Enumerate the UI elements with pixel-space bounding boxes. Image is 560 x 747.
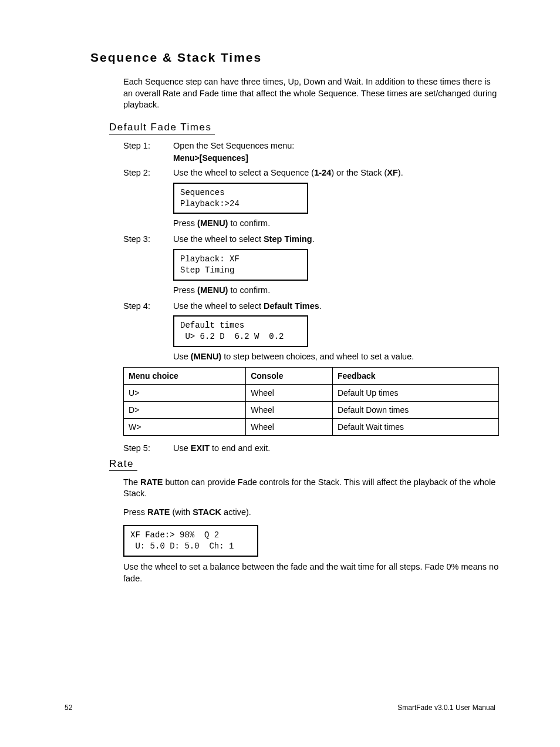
confirm-2: Press (MENU) to confirm. [173, 285, 499, 295]
step-4-body: Use the wheel to select Default Times. [173, 301, 499, 312]
confirm-3: Use (MENU) to step between choices, and … [173, 352, 499, 361]
page-number: 52 [65, 704, 72, 712]
step-3: Step 3: Use the wheel to select Step Tim… [123, 234, 499, 245]
table-row: W> Wheel Default Wait times [124, 419, 499, 436]
step-5: Step 5: Use EXIT to end and exit. [123, 443, 499, 455]
menu-choice-table: Menu choice Console Feedback U> Wheel De… [123, 367, 499, 436]
subhead-rate: Rate [109, 458, 137, 471]
table-row: D> Wheel Default Down times [124, 402, 499, 419]
step-1: Step 1: Open the Set Sequences menu: Men… [123, 140, 499, 164]
table-row: U> Wheel Default Up times [124, 385, 499, 402]
step-5-body: Use EXIT to end and exit. [173, 443, 499, 455]
step-4: Step 4: Use the wheel to select Default … [123, 301, 499, 312]
rate-paragraph-1: The RATE button can provide Fade control… [123, 477, 499, 500]
th-menu-choice: Menu choice [124, 368, 246, 385]
table-header-row: Menu choice Console Feedback [124, 368, 499, 385]
menu-path-b: [Sequences] [200, 153, 248, 163]
lcd-box-1: Sequences Playback:>24 [173, 183, 308, 214]
th-feedback: Feedback [332, 368, 498, 385]
menu-path-a: Menu [173, 153, 195, 163]
page-footer: 52 SmartFade v3.0.1 User Manual [65, 704, 495, 712]
rate-paragraph-2: Press RATE (with STACK active). [123, 507, 499, 519]
step-3-label: Step 3: [123, 234, 173, 245]
rate-paragraph-3: Use the wheel to set a balance between t… [123, 561, 499, 584]
confirm-1: Press (MENU) to confirm. [173, 218, 499, 228]
intro-paragraph: Each Sequence step can have three times,… [123, 76, 499, 111]
step-2-body: Use the wheel to select a Sequence (1-24… [173, 167, 499, 179]
lcd-box-3: Default times U> 6.2 D 6.2 W 0.2 [173, 315, 308, 347]
section-title: Sequence & Stack Times [90, 51, 499, 65]
step-2: Step 2: Use the wheel to select a Sequen… [123, 167, 499, 179]
subhead-default-fade: Default Fade Times [109, 122, 215, 134]
step-1-text: Open the Set Sequences menu: [173, 141, 294, 150]
step-2-label: Step 2: [123, 167, 173, 179]
step-4-label: Step 4: [123, 301, 173, 312]
th-console: Console [246, 368, 333, 385]
lcd-box-4: XF Fade:> 98% Q 2 U: 5.0 D: 5.0 Ch: 1 [123, 525, 258, 557]
step-1-menu-path: Menu>[Sequences] [173, 153, 499, 164]
step-3-body: Use the wheel to select Step Timing. [173, 234, 499, 245]
step-1-label: Step 1: [123, 140, 173, 164]
lcd-box-2: Playback: XF Step Timing [173, 249, 308, 281]
doc-title-footer: SmartFade v3.0.1 User Manual [397, 704, 495, 712]
step-5-label: Step 5: [123, 443, 173, 455]
menu-path-sep: > [195, 153, 200, 163]
